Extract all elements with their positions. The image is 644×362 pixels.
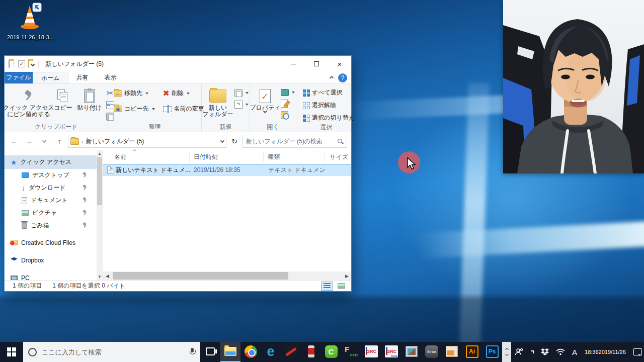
search-box[interactable] xyxy=(243,135,347,148)
refresh-button[interactable]: ↻ xyxy=(228,135,240,147)
delete-button[interactable]: ✖ 削除 xyxy=(162,88,206,99)
sidebar-item-pictures[interactable]: ピクチャ xyxy=(5,207,97,219)
file-row-selected[interactable]: 新しいテキスト ドキュメ... 2019/11/26 18:35 テキスト ドキ… xyxy=(103,164,351,175)
tray-dropbox[interactable] xyxy=(537,342,552,362)
new-item-button[interactable] xyxy=(233,88,250,98)
sidebar-item-quick-access[interactable]: ★ クイック アクセス xyxy=(5,155,97,169)
forward-button[interactable]: → xyxy=(23,135,36,147)
taskbar-sirius[interactable]: Sirius xyxy=(422,342,442,362)
action-center-button[interactable] xyxy=(630,342,644,362)
move-to-button[interactable]: ← 移動先 xyxy=(112,88,156,99)
taskbar-grc-mobile[interactable]: GRCmob xyxy=(381,342,401,362)
close-button[interactable]: × xyxy=(328,56,351,72)
new-folder-qat-icon[interactable] xyxy=(28,60,29,67)
taskbar-homepage-builder[interactable] xyxy=(442,342,462,362)
tab-view[interactable]: 表示 xyxy=(97,72,125,83)
taskbar-chrome[interactable] xyxy=(240,342,261,362)
start-button[interactable] xyxy=(0,342,23,362)
properties-qat-icon[interactable]: ✓ xyxy=(18,60,25,67)
taskbar-search[interactable] xyxy=(23,342,200,362)
sidebar-item-dropbox[interactable]: Dropbox xyxy=(5,253,97,267)
new-folder-button[interactable]: 新しい フォルダー xyxy=(204,86,232,119)
pin-icon xyxy=(82,185,88,191)
taskbar-black-app-red-slash[interactable] xyxy=(281,342,301,362)
back-button[interactable]: ← xyxy=(8,135,21,147)
desktop-icon xyxy=(22,172,29,178)
copy-button[interactable]: コピー xyxy=(52,86,74,113)
sidebar-item-recycle-bin[interactable]: ごみ箱 xyxy=(5,219,97,232)
tray-clock[interactable]: 18:36 2019/11/26 xyxy=(581,342,630,362)
sidebar-item-documents[interactable]: ドキュメント xyxy=(5,194,97,207)
microphone-icon[interactable] xyxy=(189,348,195,356)
people-button[interactable] xyxy=(511,342,527,362)
rename-button[interactable]: 名前の変更 xyxy=(162,104,206,114)
desktop-shortcut-vlc-recording[interactable]: 2019-11-26_18-3... xyxy=(7,2,53,40)
title-bar[interactable]: | ✓ | 新しいフォルダー (5) × xyxy=(5,56,351,72)
ime-indicator[interactable]: A xyxy=(569,342,581,362)
scroll-left-icon[interactable]: ◀ xyxy=(103,274,112,279)
column-type[interactable]: 種類 xyxy=(264,153,325,162)
show-hidden-icons-button[interactable] xyxy=(527,342,537,362)
edit-button[interactable] xyxy=(279,99,296,109)
details-view-button[interactable] xyxy=(321,282,333,291)
copy-to-button[interactable]: ▣ コピー先 xyxy=(112,104,156,114)
properties-button[interactable]: プロパティ xyxy=(252,86,278,114)
breadcrumb[interactable]: 新しいフォルダー (5) xyxy=(86,137,218,146)
taskbar-grc[interactable]: GRC xyxy=(361,342,381,362)
taskbar-edge[interactable]: e xyxy=(261,342,281,362)
tab-home[interactable]: ホーム xyxy=(33,72,68,83)
scrollbar-thumb[interactable] xyxy=(97,157,102,205)
sidebar-item-creative-cloud-files[interactable]: Creative Cloud Files xyxy=(5,236,97,249)
taskbar-camtasia[interactable]: C xyxy=(321,342,341,362)
system-tray: A 18:36 2019/11/26 xyxy=(511,342,644,362)
scroll-down-icon[interactable]: ▼ xyxy=(98,275,102,279)
up-button[interactable]: ↑ xyxy=(53,135,66,147)
search-input[interactable] xyxy=(246,138,337,145)
pin-to-quick-access-button[interactable]: クイック アクセス にピン留めする xyxy=(7,86,51,119)
item-count: 1 個の項目 xyxy=(13,282,42,290)
open-button[interactable] xyxy=(279,88,296,97)
taskbar-overflow-scroll[interactable] xyxy=(502,342,511,362)
maximize-button[interactable] xyxy=(305,56,328,72)
taskbar-photo-viewer[interactable] xyxy=(401,342,422,362)
collapse-ribbon-button[interactable] xyxy=(325,72,338,83)
column-date[interactable]: 日付時刻 xyxy=(190,153,264,162)
taskbar-ffftp[interactable]: FFTP xyxy=(341,342,361,362)
easy-access-button[interactable]: ↷ xyxy=(233,100,250,110)
explorer-mini-icon[interactable] xyxy=(9,60,10,67)
tray-date: 2019/11/26 xyxy=(599,348,626,355)
horizontal-scrollbar[interactable]: ◀ ▶ xyxy=(103,272,351,280)
select-all-button[interactable]: すべて選択 xyxy=(301,87,356,98)
large-icons-view-button[interactable] xyxy=(335,282,347,291)
tray-wifi[interactable] xyxy=(552,342,569,362)
qat-dropdown-icon[interactable] xyxy=(31,60,34,67)
recent-locations-button[interactable] xyxy=(38,135,51,147)
scroll-right-icon[interactable]: ▶ xyxy=(343,274,351,279)
taskbar-search-input[interactable] xyxy=(42,348,184,356)
tab-share[interactable]: 共有 xyxy=(68,72,97,83)
taskbar-illustrator[interactable]: Ai xyxy=(462,342,482,362)
minimize-button[interactable] xyxy=(282,56,305,72)
task-view-button[interactable] xyxy=(200,342,220,362)
taskbar-photoshop[interactable]: Ps xyxy=(482,342,502,362)
sidebar-item-desktop[interactable]: デスクトップ xyxy=(5,169,97,182)
taskbar-file-explorer[interactable] xyxy=(220,342,240,362)
address-dropdown-icon[interactable] xyxy=(220,138,224,142)
history-button[interactable] xyxy=(279,110,296,120)
address-bar[interactable]: › 新しいフォルダー (5) xyxy=(68,135,226,148)
select-none-button[interactable]: 選択解除 xyxy=(301,100,356,111)
scrollbar-thumb[interactable] xyxy=(113,272,288,280)
sidebar-item-pc[interactable]: PC xyxy=(5,271,97,280)
sidebar-scrollbar[interactable]: ▲ ▼ xyxy=(97,150,103,280)
taskbar-diet-cola-app[interactable] xyxy=(301,342,321,362)
column-size[interactable]: サイズ xyxy=(325,153,351,162)
help-button[interactable]: ? xyxy=(338,73,347,82)
file-rows[interactable]: 新しいテキスト ドキュメ... 2019/11/26 18:35 テキスト ドキ… xyxy=(103,164,351,272)
tab-file[interactable]: ファイル xyxy=(5,72,33,83)
scroll-up-icon[interactable]: ▲ xyxy=(98,151,102,156)
invert-selection-button[interactable]: 選択の切り替え xyxy=(301,113,356,123)
sidebar-item-downloads[interactable]: ↓ ダウンロード xyxy=(5,182,97,194)
column-name[interactable]: 名前 xyxy=(103,153,190,162)
dropbox-tray-icon xyxy=(541,348,549,356)
paste-button[interactable]: 貼り付け xyxy=(75,86,104,113)
